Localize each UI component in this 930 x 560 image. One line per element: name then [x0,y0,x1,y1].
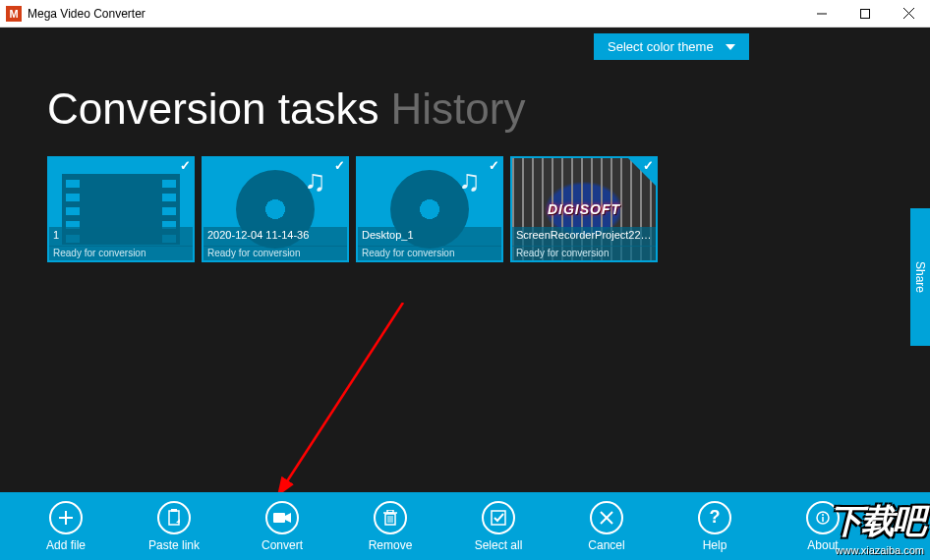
svg-line-4 [285,303,403,484]
window-controls [800,0,930,28]
tool-label: Cancel [588,538,624,552]
tile-filename: 1 [53,229,189,241]
tile-status: Ready for conversion [358,246,501,260]
add-file-button[interactable]: Add file [39,501,92,552]
window-title: Mega Video Converter [28,7,800,21]
convert-button[interactable]: Convert [256,501,309,552]
svg-rect-16 [492,511,505,525]
tool-label: Paste link [148,538,200,552]
maximize-button[interactable] [843,0,887,28]
cancel-button[interactable]: Cancel [580,501,633,552]
main-area: Select color theme Conversion tasksHisto… [0,28,930,492]
trash-icon [374,501,407,534]
minimize-button[interactable] [800,0,843,28]
tool-label: Add file [46,538,86,552]
checkbox-icon [482,501,515,534]
svg-rect-9 [273,513,285,523]
tool-label: About [807,538,838,552]
svg-rect-15 [387,510,393,513]
svg-rect-1 [861,9,870,18]
chevron-down-icon [726,44,735,50]
tool-label: Select all [475,538,523,552]
task-tile[interactable]: DIGISOFT ScreenRecorderProject220... Rea… [510,156,658,262]
svg-point-20 [822,514,824,516]
select-all-button[interactable]: Select all [472,501,525,552]
select-color-theme-button[interactable]: Select color theme [594,33,749,60]
plus-icon [49,501,83,534]
tool-label: Help [703,538,727,552]
tab-history[interactable]: History [390,84,525,133]
tile-status: Ready for conversion [49,246,193,260]
question-icon: ? [698,501,731,534]
check-icon [165,158,193,186]
app-icon: M [6,6,22,22]
tab-conversion-tasks[interactable]: Conversion tasks [47,84,378,133]
share-tab[interactable]: Share [910,208,930,346]
close-button[interactable] [887,0,930,28]
tile-filename: Desktop_1 [362,229,497,241]
tool-label: Convert [262,538,303,552]
check-icon [320,158,347,186]
tile-status: Ready for conversion [512,246,656,260]
tile-status: Ready for conversion [203,246,347,260]
task-tile[interactable]: ♫ Desktop_1 Ready for conversion [356,156,503,262]
tile-filename: 2020-12-04 11-14-36 [207,229,343,241]
remove-button[interactable]: Remove [364,501,417,552]
camera-icon [265,501,299,534]
about-button[interactable]: About [796,501,849,552]
theme-button-label: Select color theme [608,39,714,54]
task-tiles: 1 Ready for conversion ♫ 2020-12-04 11-1… [47,156,658,262]
tile-filename: ScreenRecorderProject220... [516,229,652,241]
clipboard-icon [157,501,191,534]
check-icon [628,158,656,186]
share-label: Share [913,261,927,293]
task-tile[interactable]: 1 Ready for conversion [47,156,195,262]
bottom-toolbar: Add file Paste link Convert Remove Selec… [0,492,930,560]
info-icon [806,501,840,534]
x-icon [590,501,623,534]
annotation-arrow [236,303,413,509]
page-heading: Conversion tasksHistory [47,84,525,134]
check-icon [474,158,501,186]
tool-label: Remove [369,538,413,552]
titlebar: M Mega Video Converter [0,0,930,28]
svg-rect-8 [171,509,177,512]
help-button[interactable]: ? Help [688,501,741,552]
task-tile[interactable]: ♫ 2020-12-04 11-14-36 Ready for conversi… [202,156,349,262]
paste-link-button[interactable]: Paste link [147,501,201,552]
